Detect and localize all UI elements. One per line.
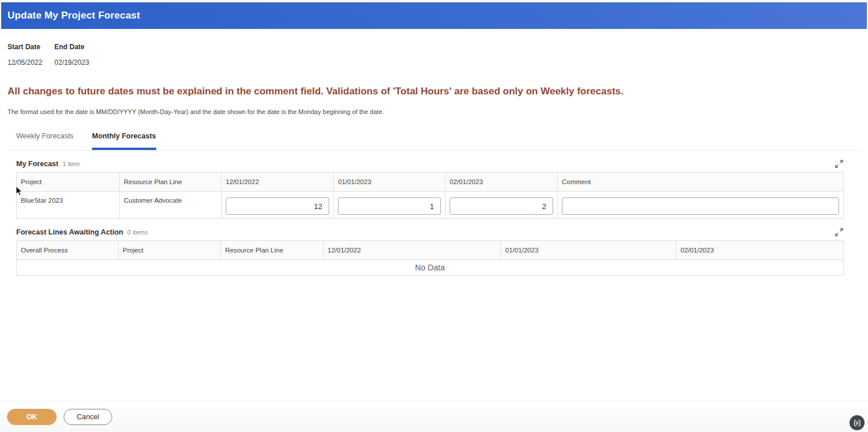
start-date-label: Start Date xyxy=(8,43,54,51)
my-forecast-expand-button[interactable] xyxy=(834,159,844,169)
my-forecast-title: My Forecast xyxy=(16,160,58,168)
no-data-row: No Data xyxy=(17,260,844,276)
tab-weekly-forecasts[interactable]: Weekly Forecasts xyxy=(16,132,73,150)
hours-input-jan-2023[interactable] xyxy=(338,197,441,215)
no-data-text: No Data xyxy=(17,260,844,276)
awaiting-action-title: Forecast Lines Awaiting Action xyxy=(16,228,123,236)
column-header-resource-plan-line: Resource Plan Line xyxy=(221,241,323,260)
scan-text-icon xyxy=(853,419,862,427)
awaiting-action-header-row: Overall Process Project Resource Plan Li… xyxy=(17,241,844,260)
hours-input-feb-2023[interactable] xyxy=(450,197,553,215)
my-forecast-section: My Forecast 1 item Project Resource Plan… xyxy=(16,159,844,219)
awaiting-action-expand-button[interactable] xyxy=(834,228,844,237)
start-date-value: 12/05/2022 xyxy=(8,58,54,67)
comment-input[interactable] xyxy=(562,197,839,215)
column-header-project: Project xyxy=(17,173,120,192)
expand-icon xyxy=(834,228,844,237)
cancel-button[interactable]: Cancel xyxy=(64,409,112,425)
column-header-project: Project xyxy=(119,241,221,260)
date-range: Start Date End Date 12/05/2022 02/19/202… xyxy=(8,43,860,67)
my-forecast-row: BlueStar 2023 Customer Advocate xyxy=(17,192,844,219)
date-format-note: The format used for the date is MM/DD/YY… xyxy=(8,108,860,115)
column-header-dec-2022: 12/01/2022 xyxy=(222,173,334,192)
my-forecast-table: Project Resource Plan Line 12/01/2022 01… xyxy=(16,172,844,219)
ok-button[interactable]: OK xyxy=(7,409,57,425)
hours-input-dec-2022[interactable] xyxy=(226,197,329,215)
end-date-value: 02/19/2023 xyxy=(54,58,89,67)
column-header-resource-plan-line: Resource Plan Line xyxy=(120,173,222,192)
awaiting-action-table: Overall Process Project Resource Plan Li… xyxy=(16,240,844,276)
warning-text: All changes to future dates must be expl… xyxy=(8,86,860,97)
end-date-label: End Date xyxy=(54,43,84,51)
page-title: Update My Project Forecast xyxy=(8,10,140,21)
column-header-overall-process: Overall Process xyxy=(17,241,119,260)
expand-icon xyxy=(834,159,844,169)
column-header-dec-2022: 12/01/2022 xyxy=(323,241,501,260)
column-header-jan-2023: 01/01/2023 xyxy=(334,173,446,192)
my-forecast-header-row: Project Resource Plan Line 12/01/2022 01… xyxy=(17,173,844,192)
my-forecast-item-count: 1 item xyxy=(62,160,80,167)
forecast-tabbar: Weekly Forecasts Monthly Forecasts xyxy=(8,132,860,151)
awaiting-action-section: Forecast Lines Awaiting Action 0 items O… xyxy=(16,228,844,276)
action-footer: OK Cancel xyxy=(0,401,868,432)
resource-plan-line-cell: Customer Advocate xyxy=(120,192,222,219)
app-header: Update My Project Forecast xyxy=(1,2,867,29)
awaiting-action-item-count: 0 items xyxy=(127,229,148,236)
screen-capture-tool-button[interactable] xyxy=(849,415,865,430)
column-header-jan-2023: 01/01/2023 xyxy=(501,241,676,260)
tab-monthly-forecasts[interactable]: Monthly Forecasts xyxy=(92,132,156,150)
column-header-comment: Comment xyxy=(558,173,844,192)
column-header-feb-2023: 02/01/2023 xyxy=(446,173,558,192)
column-header-feb-2023: 02/01/2023 xyxy=(676,241,844,260)
project-cell: BlueStar 2023 xyxy=(17,192,120,219)
